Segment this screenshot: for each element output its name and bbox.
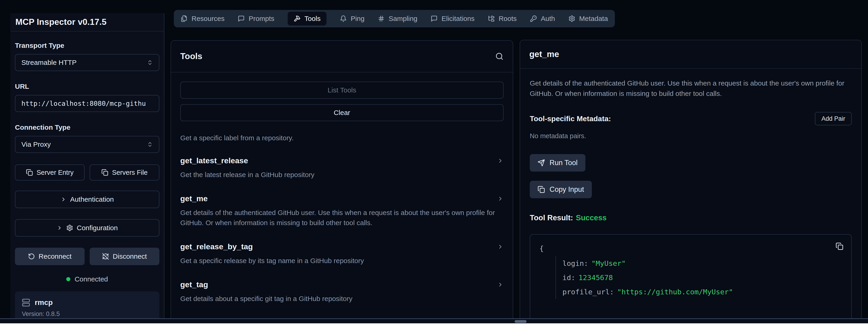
tool-list: Get a specific label from a repository. …: [171, 134, 513, 323]
hash-icon: [378, 15, 385, 22]
tab-label: Elicitations: [441, 15, 474, 23]
tab-label: Metadata: [579, 15, 608, 23]
gear-icon: [66, 225, 73, 231]
chevron-right-icon: [60, 197, 66, 202]
chevron-right-icon: [497, 157, 503, 164]
server-entry-button[interactable]: Server Entry: [15, 165, 85, 180]
app-window: MCP Inspector v0.17.5 Transport Type Str…: [0, 0, 868, 323]
tab-ping[interactable]: Ping: [340, 15, 365, 23]
top-nav: Resources Prompts Tools Ping Sampling El…: [174, 10, 615, 27]
detail-body: Get details of the authenticated GitHub …: [520, 69, 861, 323]
metadata-row: Tool-specific Metadata: Add Pair: [530, 112, 852, 125]
copy-result-icon[interactable]: [836, 242, 843, 250]
chevrons-up-down-icon: [147, 142, 153, 147]
tab-auth[interactable]: Auth: [530, 15, 555, 23]
copy-input-button[interactable]: Copy Input: [530, 181, 592, 198]
run-tool-button[interactable]: Run Tool: [530, 154, 585, 172]
json-key: profile_url:: [562, 288, 614, 296]
tool-description: Get the latest release in a GitHub repos…: [180, 170, 500, 180]
configuration-expander[interactable]: Configuration: [15, 219, 159, 237]
search-icon[interactable]: [495, 52, 503, 60]
tools-actions: List Tools Clear: [171, 72, 513, 121]
authentication-expander[interactable]: Authentication: [15, 190, 159, 208]
send-icon: [537, 159, 545, 167]
tool-name: get_release_by_tag: [180, 242, 253, 251]
connection-type-select[interactable]: Via Proxy: [15, 136, 159, 153]
tab-label: Resources: [191, 15, 224, 23]
chevrons-up-down-icon: [147, 60, 153, 65]
folder-tree-icon: [488, 15, 495, 22]
connection-type-label: Connection Type: [15, 123, 159, 131]
gear-icon: [568, 15, 575, 22]
json-row-profile-url: profile_url:"https://github.com/MyUser": [562, 285, 842, 299]
tool-result-status: Success: [576, 213, 607, 222]
tool-row-get-tag[interactable]: get_tag Get details about a specific git…: [180, 280, 503, 304]
tool-row-get-latest-release[interactable]: get_latest_release Get the latest releas…: [180, 156, 503, 180]
json-row-login: login:"MyUser": [562, 256, 842, 270]
connection-type-value: Via Proxy: [21, 141, 51, 148]
transport-type-label: Transport Type: [15, 41, 159, 50]
disconnect-label: Disconnect: [113, 252, 147, 260]
tab-label: Ping: [351, 15, 365, 23]
tab-metadata[interactable]: Metadata: [568, 15, 608, 23]
tab-roots[interactable]: Roots: [488, 15, 517, 23]
copy-icon: [101, 169, 108, 176]
transport-type-select[interactable]: Streamable HTTP: [15, 54, 159, 71]
refresh-off-icon: [102, 253, 109, 260]
horizontal-scrollbar-thumb[interactable]: [515, 320, 527, 323]
server-entry-label: Server Entry: [36, 169, 73, 176]
servers-file-button[interactable]: Servers File: [90, 165, 159, 180]
tool-name: get_tag: [180, 280, 208, 289]
tab-elicitations[interactable]: Elicitations: [431, 15, 474, 23]
list-tools-button[interactable]: List Tools: [180, 82, 503, 99]
json-value: "MyUser": [591, 259, 626, 267]
tool-result-line: Tool Result:Success: [530, 213, 852, 222]
tools-panel-title: Tools: [180, 52, 202, 61]
tab-prompts[interactable]: Prompts: [238, 15, 274, 23]
json-value: "https://github.com/MyUser": [617, 288, 733, 296]
tab-label: Prompts: [249, 15, 274, 23]
rotate-ccw-icon: [28, 253, 35, 260]
tool-result-label: Tool Result:: [530, 213, 573, 222]
tab-tools[interactable]: Tools: [288, 12, 327, 26]
json-open-brace: {: [539, 244, 544, 252]
app-title: MCP Inspector v0.17.5: [16, 17, 106, 27]
server-version: Version: 0.8.5: [22, 310, 152, 318]
copy-icon: [26, 169, 33, 176]
tool-detail-panel: get_me Get details of the authenticated …: [520, 40, 862, 323]
run-tool-label: Run Tool: [550, 159, 578, 167]
disconnect-button[interactable]: Disconnect: [90, 248, 159, 265]
tab-sampling[interactable]: Sampling: [378, 15, 417, 23]
chevron-right-icon: [497, 243, 503, 250]
url-input[interactable]: http://localhost:8080/mcp-githu: [15, 95, 159, 112]
json-value: 12345678: [579, 273, 613, 282]
sidebar-header: MCP Inspector v0.17.5: [10, 13, 164, 31]
url-value: http://localhost:8080/mcp-githu: [21, 99, 146, 108]
files-icon: [181, 15, 188, 22]
tools-panel-header: Tools: [171, 41, 513, 72]
tool-row-get-release-by-tag[interactable]: get_release_by_tag Get a specific releas…: [180, 242, 503, 266]
transport-type-value: Streamable HTTP: [21, 59, 76, 66]
json-key: id:: [562, 273, 575, 282]
clear-button[interactable]: Clear: [180, 104, 503, 121]
tool-description: Get a specific release by its tag name i…: [180, 256, 500, 266]
reconnect-button[interactable]: Reconnect: [15, 248, 85, 265]
servers-file-label: Servers File: [112, 169, 148, 176]
tool-description: Get details about a specific git tag in …: [180, 294, 500, 304]
tab-resources[interactable]: Resources: [181, 15, 224, 23]
json-key: login:: [562, 259, 588, 267]
add-pair-button[interactable]: Add Pair: [815, 112, 852, 125]
tool-name: get_me: [180, 194, 208, 203]
tool-name: get_latest_release: [180, 156, 248, 165]
bell-icon: [340, 15, 347, 22]
tab-label: Sampling: [389, 15, 417, 23]
copy-icon: [537, 186, 545, 193]
tool-row-get-me[interactable]: get_me Get details of the authenticated …: [180, 194, 503, 228]
horizontal-scrollbar: [0, 318, 868, 323]
chevron-right-icon: [497, 196, 503, 202]
tab-label: Auth: [541, 15, 555, 23]
status-dot: [66, 277, 70, 281]
detail-tool-description: Get details of the authenticated GitHub …: [530, 78, 852, 99]
server-name: rmcp: [35, 298, 53, 307]
key-icon: [530, 15, 537, 22]
